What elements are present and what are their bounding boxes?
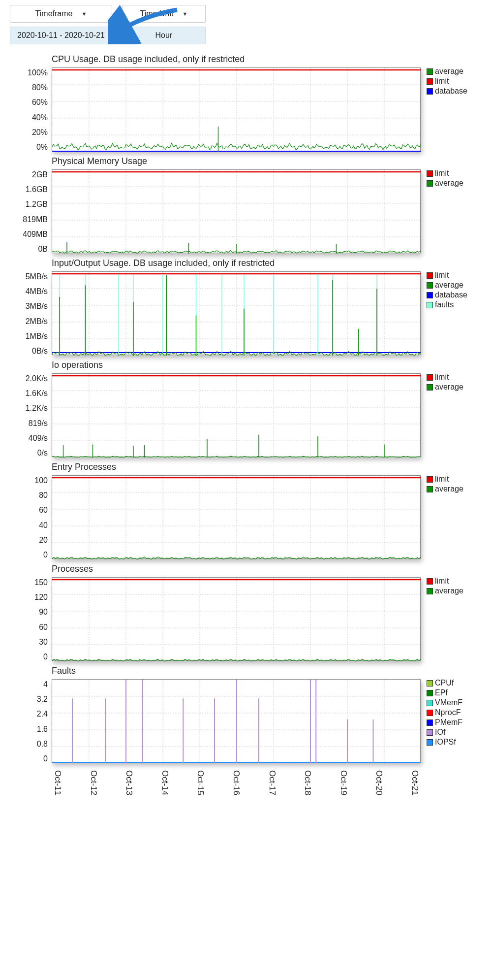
- chart-canvas: [52, 271, 421, 355]
- xaxis-tick: Oct-18: [303, 770, 312, 795]
- legend-swatch: [427, 700, 433, 706]
- legend: limitaverage: [421, 156, 480, 253]
- legend-item: limit: [427, 76, 480, 86]
- yaxis-tick: 100%: [28, 69, 48, 77]
- timeframe-value[interactable]: 2020-10-11 - 2020-10-21: [10, 27, 112, 44]
- yaxis-tick: 0%: [36, 143, 48, 151]
- yaxis-tick: 60: [39, 506, 48, 514]
- legend-label: limit: [435, 372, 449, 382]
- yaxis: 100%80%60%40%20%0%: [10, 54, 52, 151]
- shared-x-axis: Oct-11Oct-12Oct-13Oct-14Oct-15Oct-16Oct-…: [10, 770, 482, 795]
- chart-proc: 1501209060300Processeslimitaverage: [10, 564, 482, 661]
- caret-down-icon: ▼: [182, 11, 187, 17]
- yaxis-tick: 20%: [32, 129, 48, 136]
- chart-canvas: [52, 577, 421, 661]
- timeunit-value[interactable]: Hour: [122, 27, 206, 44]
- yaxis-tick: 409MB: [23, 230, 48, 238]
- legend-swatch: [427, 739, 433, 746]
- yaxis-tick: 40: [39, 522, 48, 529]
- legend-label: VMemF: [435, 698, 462, 708]
- legend-item: average: [427, 586, 480, 596]
- legend-label: IOPSf: [435, 737, 456, 747]
- yaxis-tick: 120: [34, 593, 48, 601]
- legend-swatch: [427, 710, 433, 716]
- yaxis-tick: 1.6: [37, 725, 48, 733]
- chart-canvas: [52, 67, 421, 151]
- legend-swatch: [427, 476, 433, 483]
- xaxis-tick: Oct-11: [53, 770, 62, 795]
- timeunit-label: Time Unit: [140, 9, 174, 18]
- yaxis-tick: 819/s: [29, 420, 48, 427]
- legend-item: IOf: [427, 727, 480, 737]
- legend-swatch: [427, 578, 433, 585]
- timeframe-label: Timeframe: [35, 9, 73, 18]
- xaxis-tick: Oct-15: [195, 770, 205, 795]
- legend-label: EPf: [435, 688, 448, 698]
- yaxis-tick: 150: [34, 579, 48, 587]
- legend-item: average: [427, 484, 480, 494]
- legend-swatch: [427, 384, 433, 391]
- legend-item: average: [427, 280, 480, 290]
- chart-io: 5MB/s4MB/s3MB/s2MB/s1MB/s0B/sInput/Outpu…: [10, 258, 482, 355]
- legend-swatch: [427, 690, 433, 696]
- yaxis-tick: 4: [43, 681, 48, 688]
- yaxis-tick: 100: [34, 477, 48, 485]
- legend-item: limit: [427, 372, 480, 382]
- yaxis-tick: 30: [39, 638, 48, 646]
- chart-pmem: 2GB1.6GB1.2GB819MB409MB0BPhysical Memory…: [10, 156, 482, 253]
- yaxis: 100806040200: [10, 462, 52, 559]
- legend-item: faults: [427, 300, 480, 310]
- legend-label: CPUf: [435, 678, 454, 688]
- legend-label: database: [435, 290, 467, 300]
- legend: limitaverage: [421, 360, 480, 457]
- yaxis-tick: 0/s: [37, 449, 48, 457]
- legend-item: average: [427, 382, 480, 392]
- legend-item: average: [427, 178, 480, 188]
- yaxis: 1501209060300: [10, 564, 52, 661]
- legend: limitaverage: [421, 564, 480, 661]
- yaxis-tick: 3MB/s: [26, 302, 48, 310]
- yaxis: 43.22.41.60.80: [10, 666, 52, 763]
- legend-swatch: [427, 374, 433, 381]
- legend-label: limit: [435, 474, 449, 484]
- legend-label: faults: [435, 300, 454, 310]
- yaxis-tick: 20: [39, 536, 48, 544]
- legend-label: limit: [435, 76, 449, 86]
- yaxis-tick: 3.2: [37, 695, 48, 703]
- legend-label: average: [435, 280, 463, 290]
- legend-label: average: [435, 178, 463, 188]
- yaxis-tick: 409/s: [29, 434, 48, 442]
- chart-canvas: [52, 475, 421, 559]
- yaxis-tick: 60%: [32, 98, 48, 106]
- legend-swatch: [427, 180, 433, 187]
- xaxis-tick: Oct-17: [267, 770, 277, 795]
- legend-swatch: [427, 588, 433, 594]
- yaxis-tick: 40%: [32, 114, 48, 122]
- xaxis-tick: Oct-16: [231, 770, 241, 795]
- legend-item: average: [427, 66, 480, 76]
- yaxis-tick: 0B/s: [32, 347, 48, 355]
- legend-label: IOf: [435, 727, 445, 737]
- xaxis-tick: Oct-14: [160, 770, 170, 795]
- legend: limitaverage: [421, 462, 480, 559]
- legend-label: average: [435, 586, 463, 596]
- legend-item: IOPSf: [427, 737, 480, 747]
- legend-item: CPUf: [427, 678, 480, 688]
- yaxis-tick: 2.4: [37, 710, 48, 718]
- chart-title: Io operations: [52, 360, 421, 370]
- chart-canvas: [52, 169, 421, 253]
- legend-item: limit: [427, 270, 480, 280]
- legend: limitaveragedatabasefaults: [421, 258, 480, 355]
- legend-swatch: [427, 78, 433, 85]
- yaxis-tick: 4MB/s: [26, 288, 48, 295]
- legend-item: PMemF: [427, 718, 480, 727]
- legend-label: average: [435, 66, 463, 76]
- filter-controls: Timeframe ▼ 2020-10-11 - 2020-10-21 Time…: [10, 5, 482, 44]
- timeframe-dropdown[interactable]: Timeframe ▼: [10, 5, 112, 23]
- chart-title: Processes: [52, 564, 421, 574]
- legend-label: PMemF: [435, 718, 462, 727]
- chart-cpu: 100%80%60%40%20%0%CPU Usage. DB usage in…: [10, 54, 482, 151]
- timeunit-dropdown[interactable]: Time Unit ▼: [122, 5, 206, 23]
- yaxis-tick: 80: [39, 491, 48, 499]
- legend-label: average: [435, 484, 463, 494]
